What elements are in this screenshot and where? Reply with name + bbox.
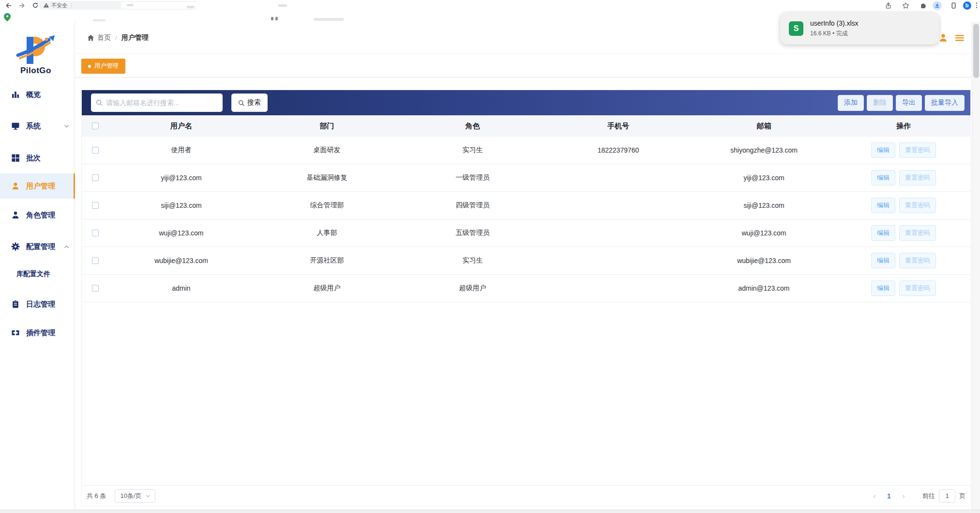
row-checkbox[interactable] xyxy=(92,285,99,292)
gear-icon xyxy=(11,242,20,251)
cell-department: 桌面研发 xyxy=(254,146,400,155)
edit-button[interactable]: 编辑 xyxy=(871,170,895,186)
cell-phone: 18222379760 xyxy=(545,146,691,154)
address-separator xyxy=(71,3,72,8)
edit-button[interactable]: 编辑 xyxy=(871,198,895,213)
reset-password-button[interactable]: 重置密码 xyxy=(899,253,936,268)
redacted-bookmark xyxy=(93,19,106,21)
cell-role: 一级管理员 xyxy=(400,173,545,182)
vertical-scrollbar[interactable] xyxy=(972,22,980,510)
monitor-icon xyxy=(11,122,20,130)
download-popup[interactable]: S userInfo (3).xlsx 16.6 KB • 完成 xyxy=(780,13,939,45)
table-toolbar: 搜索 添加 删除 导出 批量导入 xyxy=(82,90,970,115)
row-checkbox[interactable] xyxy=(92,257,99,264)
cell-username: wubijie@123.com xyxy=(108,257,254,264)
page-number[interactable]: 1 xyxy=(881,492,897,500)
page-unit-label: 页 xyxy=(959,492,965,500)
add-button[interactable]: 添加 xyxy=(838,95,864,111)
device-icon[interactable] xyxy=(949,1,959,10)
map-pin-favicon[interactable] xyxy=(4,13,11,21)
sidebar-item-system[interactable]: 系统 xyxy=(0,113,75,139)
edit-button[interactable]: 编辑 xyxy=(871,225,895,241)
delete-button[interactable]: 删除 xyxy=(867,95,893,111)
cell-department: 开源社区部 xyxy=(254,256,400,265)
search-icon xyxy=(238,100,244,106)
cell-department: 超级用户 xyxy=(254,284,400,293)
redacted-text-smudge xyxy=(187,6,195,8)
select-all-checkbox[interactable] xyxy=(92,123,99,129)
row-checkbox[interactable] xyxy=(92,174,99,181)
cell-email: wubijie@123.com xyxy=(691,257,837,264)
browser-menu-icon[interactable] xyxy=(975,1,979,9)
redacted-bookmark-favicon xyxy=(271,17,273,20)
table-row: admin 超级用户 超级用户 admin@123.com 编辑重置密码 xyxy=(82,275,970,302)
tab-user-management[interactable]: 用户管理 xyxy=(81,59,125,74)
address-bar[interactable]: 不安全 xyxy=(39,1,199,10)
forward-icon[interactable] xyxy=(16,1,27,10)
export-button[interactable]: 导出 xyxy=(896,95,922,111)
batch-import-button[interactable]: 批量导入 xyxy=(925,95,965,111)
pagination-bar: 共 6 条 10条/页 ‹ 1 › 前往 页 xyxy=(82,485,970,506)
page-size-select[interactable]: 10条/页 xyxy=(115,489,155,503)
edit-button[interactable]: 编辑 xyxy=(871,253,895,268)
downloads-icon[interactable] xyxy=(933,1,942,10)
search-input-wrapper[interactable] xyxy=(91,93,223,112)
user-icon xyxy=(11,182,20,190)
sidebar-item-config-management[interactable]: 配置管理 xyxy=(0,234,75,259)
breadcrumb-home[interactable]: 首页 xyxy=(87,33,111,42)
breadcrumb: 首页 / 用户管理 xyxy=(87,22,149,54)
breadcrumb-current: 用户管理 xyxy=(121,33,149,42)
sidebar-subitem-repo-config-file[interactable]: 库配置文件 xyxy=(0,264,75,285)
sidebar-item-user-management[interactable]: 用户管理 xyxy=(0,173,75,199)
cell-role: 实习生 xyxy=(400,146,545,155)
security-label: 不安全 xyxy=(51,2,67,9)
next-page-icon[interactable]: › xyxy=(897,492,910,500)
reset-password-button[interactable]: 重置密码 xyxy=(899,280,936,296)
prev-page-icon[interactable]: ‹ xyxy=(868,492,881,500)
redacted-text-smudge xyxy=(127,4,134,6)
row-checkbox[interactable] xyxy=(92,147,99,154)
table-header-row: 用户名 部门 角色 手机号 邮箱 操作 xyxy=(82,115,970,137)
reset-password-button[interactable]: 重置密码 xyxy=(899,170,936,186)
sidebar-item-overview[interactable]: 概览 xyxy=(0,82,75,107)
table-row: siji@123.com 综合管理部 四级管理员 siji@123.com 编辑… xyxy=(82,192,970,219)
not-secure-warning-icon xyxy=(44,3,49,8)
vertical-scrollbar-thumb[interactable] xyxy=(973,24,979,78)
reset-password-button[interactable]: 重置密码 xyxy=(899,225,936,241)
edit-button[interactable]: 编辑 xyxy=(871,142,895,158)
sidebar-item-plugin-management[interactable]: 插件管理 xyxy=(0,320,75,345)
row-checkbox[interactable] xyxy=(92,202,99,209)
brand-name: PilotGo xyxy=(0,66,72,76)
reset-password-button[interactable]: 重置密码 xyxy=(899,198,936,213)
role-user-icon xyxy=(11,211,20,219)
home-icon xyxy=(87,34,94,41)
cell-role: 四级管理员 xyxy=(400,201,545,210)
extensions-icon[interactable] xyxy=(918,1,929,10)
back-icon[interactable] xyxy=(3,1,14,10)
row-checkbox[interactable] xyxy=(92,230,99,236)
search-button[interactable]: 搜索 xyxy=(231,93,268,112)
share-icon[interactable] xyxy=(883,1,894,10)
sidebar-item-batch[interactable]: 批次 xyxy=(0,145,75,171)
bookmark-star-icon[interactable] xyxy=(901,1,911,10)
horizontal-scrollbar[interactable] xyxy=(0,510,980,513)
grid-icon xyxy=(11,154,20,162)
profile-avatar[interactable]: b xyxy=(963,1,971,10)
edit-button[interactable]: 编辑 xyxy=(871,280,895,296)
redacted-bookmark-favicon xyxy=(275,17,278,20)
col-header-role: 角色 xyxy=(400,122,545,131)
cell-department: 人事部 xyxy=(254,229,400,237)
download-filename[interactable]: userInfo (3).xlsx xyxy=(810,19,859,27)
cell-username: 使用者 xyxy=(108,146,254,155)
col-header-department: 部门 xyxy=(254,122,400,131)
sidebar-item-log-management[interactable]: 日志管理 xyxy=(0,292,75,317)
url-redacted-block xyxy=(121,2,233,9)
sidebar-item-role-management[interactable]: 角色管理 xyxy=(0,202,75,228)
col-header-phone: 手机号 xyxy=(545,122,691,131)
hamburger-menu-icon[interactable] xyxy=(953,31,966,44)
search-input[interactable] xyxy=(106,99,218,107)
reset-password-button[interactable]: 重置密码 xyxy=(899,142,936,158)
cell-role: 五级管理员 xyxy=(400,229,545,237)
search-icon xyxy=(96,99,103,106)
goto-page-input[interactable] xyxy=(939,489,955,503)
